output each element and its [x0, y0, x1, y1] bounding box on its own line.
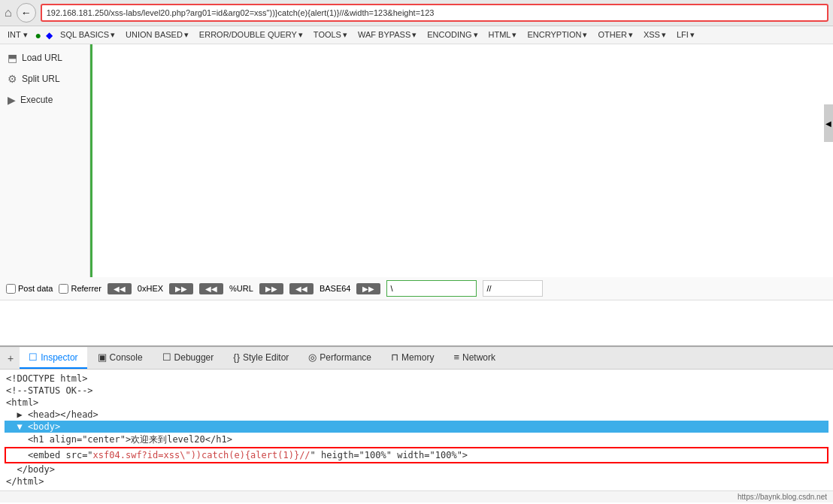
nav-item-waf[interactable]: WAF BYPASS	[353, 28, 421, 42]
address-bar[interactable]	[41, 4, 828, 22]
base64-left-arrow[interactable]: ◀◀	[289, 283, 314, 294]
devtools-html-content: <!DOCTYPE html> <!--STATUS OK--> <html> …	[0, 370, 833, 490]
devtools-add-button[interactable]: +	[3, 349, 18, 367]
load-url-icon: ⬒	[8, 52, 17, 64]
status-bar-text: https://baynk.blog.csdn.net	[738, 493, 827, 501]
hex-right-arrow[interactable]: ▶▶	[169, 283, 193, 294]
tab-inspector-label: Inspector	[41, 352, 77, 363]
html-line-html[interactable]: <html>	[5, 397, 828, 409]
html-line-head[interactable]: ▶ <head></head>	[5, 409, 828, 421]
back-button[interactable]: ←	[17, 3, 36, 23]
inspector-icon: ☐	[29, 352, 38, 363]
nav-item-error[interactable]: ERROR/DOUBLE QUERY	[195, 28, 307, 42]
main-area: ⬒ Load URL ⚙ Split URL ▶ Execute ◀	[0, 44, 833, 277]
nav-item-int[interactable]: INT ▾	[3, 28, 32, 42]
browser-chrome: ⌂ ←	[0, 0, 833, 26]
sidebar-item-execute[interactable]: ▶ Execute	[0, 89, 89, 110]
nav-item-union[interactable]: UNION BASED	[121, 28, 193, 42]
referrer-checkbox-label[interactable]: Referrer	[59, 284, 101, 294]
nav-item-other[interactable]: OTHER	[593, 28, 638, 42]
hex-left-arrow[interactable]: ◀◀	[108, 283, 132, 294]
blue-diamond-icon: ◆	[46, 30, 53, 41]
execute-icon: ▶	[8, 94, 16, 106]
memory-icon: ⊓	[391, 352, 398, 363]
performance-icon: ◎	[308, 352, 317, 363]
referrer-checkbox[interactable]	[59, 284, 68, 294]
console-icon: ▣	[98, 352, 107, 363]
html-line-embed[interactable]: <embed src="xsf04.swf?id=xss\"))catch(e)…	[5, 447, 828, 463]
sidebar: ⬒ Load URL ⚙ Split URL ▶ Execute	[0, 44, 90, 277]
html-line-body-open[interactable]: ▼ <body>	[5, 421, 828, 433]
base64-label: BASE64	[320, 284, 351, 293]
nav-item-xss[interactable]: XSS	[639, 28, 671, 42]
content-inner	[92, 44, 833, 277]
tab-network[interactable]: ≡ Network	[444, 347, 504, 369]
url-right-arrow[interactable]: ▶▶	[259, 283, 283, 294]
base64-right-arrow[interactable]: ▶▶	[356, 283, 380, 294]
sidebar-item-load-url[interactable]: ⬒ Load URL	[0, 47, 89, 68]
tab-debugger[interactable]: ☐ Debugger	[153, 347, 223, 369]
input-backslash[interactable]	[386, 280, 477, 297]
referrer-label: Referrer	[71, 284, 101, 293]
split-url-icon: ⚙	[8, 73, 17, 85]
nav-item-encoding[interactable]: ENCODING	[423, 28, 482, 42]
collapse-handle[interactable]: ◀	[824, 104, 833, 142]
html-line-status[interactable]: <!--STATUS OK-->	[5, 385, 828, 397]
url-label: %URL	[229, 284, 253, 293]
html-line-h1[interactable]: <h1 align="center">欢迎来到level20</h1>	[5, 433, 828, 447]
input-comment[interactable]	[483, 280, 543, 297]
tab-memory-label: Memory	[401, 352, 434, 363]
tab-style-editor[interactable]: {} Style Editor	[224, 347, 298, 369]
sidebar-item-load-url-label: Load URL	[22, 53, 62, 63]
post-data-label: Post data	[18, 284, 53, 293]
tab-style-editor-label: Style Editor	[243, 352, 289, 363]
nav-item-html[interactable]: HTML	[484, 28, 522, 42]
sidebar-item-split-url-label: Split URL	[22, 74, 60, 84]
tab-memory[interactable]: ⊓ Memory	[382, 347, 443, 369]
content-frame: ◀	[90, 44, 833, 277]
sidebar-item-split-url[interactable]: ⚙ Split URL	[0, 68, 89, 89]
devtools-tabs: + ☐ Inspector ▣ Console ☐ Debugger {} St…	[0, 347, 833, 370]
green-dot-icon: ●	[35, 29, 41, 41]
embed-src-value: xsf04.swf?id=xss\"))catch(e){alert(1)}//	[93, 450, 310, 460]
html-line-html-close[interactable]: </html>	[5, 475, 828, 487]
url-left-arrow[interactable]: ◀◀	[199, 283, 223, 294]
nav-menu: INT ▾ ● ◆ SQL BASICS UNION BASED ERROR/D…	[0, 26, 833, 44]
sidebar-item-execute-label: Execute	[20, 95, 53, 105]
style-editor-icon: {}	[233, 352, 240, 363]
html-line-body-close[interactable]: </body>	[5, 463, 828, 475]
nav-item-tools[interactable]: TOOLS	[309, 28, 352, 42]
post-data-checkbox[interactable]	[6, 284, 16, 294]
html-line-doctype[interactable]: <!DOCTYPE html>	[5, 373, 828, 385]
post-data-checkbox-label[interactable]: Post data	[6, 284, 53, 294]
nav-item-sql-basics[interactable]: SQL BASICS	[56, 28, 120, 42]
tab-console[interactable]: ▣ Console	[89, 347, 152, 369]
home-icon[interactable]: ⌂	[5, 6, 12, 20]
nav-item-lfi[interactable]: LFI	[672, 28, 699, 42]
network-icon: ≡	[453, 352, 459, 363]
debugger-icon: ☐	[162, 352, 171, 363]
status-bar: https://baynk.blog.csdn.net	[0, 490, 833, 502]
hex-label: 0xHEX	[138, 284, 163, 293]
tab-network-label: Network	[462, 352, 495, 363]
tab-console-label: Console	[110, 352, 143, 363]
tab-debugger-label: Debugger	[174, 352, 214, 363]
devtools-panel: + ☐ Inspector ▣ Console ☐ Debugger {} St…	[0, 346, 833, 502]
toolbar-row: Post data Referrer ◀◀ 0xHEX ▶▶ ◀◀ %URL ▶…	[0, 277, 833, 300]
tab-performance-label: Performance	[320, 352, 371, 363]
browser-viewport-space	[0, 300, 833, 346]
nav-item-encryption[interactable]: ENCRYPTION	[523, 28, 592, 42]
tab-inspector[interactable]: ☐ Inspector	[20, 347, 86, 369]
tab-performance[interactable]: ◎ Performance	[299, 347, 380, 369]
